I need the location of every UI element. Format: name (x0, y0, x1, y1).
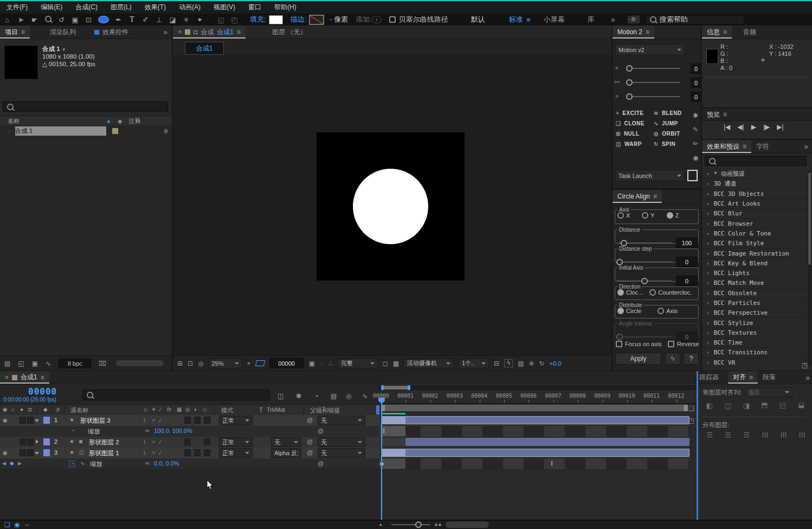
expand-chevron-icon[interactable]: › (706, 260, 710, 266)
project-search[interactable] (3, 101, 168, 112)
zoom-in-frames-icon[interactable]: ▲▲ (434, 522, 441, 527)
workspace-default[interactable]: 默认 (471, 15, 485, 24)
tab-project[interactable]: 项目≡ (0, 26, 30, 39)
tab-effect-controls[interactable]: 效果控件 (89, 26, 133, 39)
tab-character[interactable]: 字符 (751, 140, 774, 153)
layer-color-swatch[interactable] (43, 417, 50, 424)
lock-column-icon[interactable]: ◘ (28, 407, 31, 412)
motion-slider-3[interactable] (626, 93, 680, 100)
align-top-icon[interactable]: ◧ (761, 399, 769, 413)
tab-motion2[interactable]: Motion 2≡ (613, 26, 654, 39)
effects-list-item[interactable]: ›BCC Art Looks (702, 199, 807, 209)
tab-paragraph[interactable]: 段落 (758, 371, 781, 384)
stopwatch-icon[interactable]: ◔ (69, 461, 75, 467)
quality-switch-icon[interactable]: ∖ (143, 450, 146, 456)
expand-chevron-icon[interactable]: › (706, 310, 710, 316)
snapshot-icon[interactable]: ▣ (309, 360, 315, 367)
distribute-left-icon[interactable]: ☰ (761, 428, 769, 442)
puppet-pin-tool-icon[interactable]: ✦ (193, 16, 207, 23)
motion-rail-refresh-icon[interactable]: ✱ (693, 112, 698, 119)
collapse-switch-icon[interactable]: ☀ (151, 439, 156, 445)
clone-stamp-tool-icon[interactable]: ⊥ (152, 16, 166, 23)
layer-name[interactable]: 形状图层 2 (89, 438, 119, 447)
motion-tool-button[interactable]: +EXCITE (616, 110, 649, 116)
show-snapshot-icon[interactable]: ◌ (320, 360, 324, 367)
multi-view-icon[interactable]: ⊞ (177, 360, 183, 367)
new-folder-icon[interactable]: ◱ (18, 360, 24, 367)
shy-column-icon[interactable]: ☺ (143, 407, 148, 412)
mode-select[interactable]: 正常 (219, 416, 253, 425)
task-launch-swatch[interactable] (687, 170, 698, 181)
interpret-footage-icon[interactable]: ▤ (4, 360, 10, 367)
pickwhip-icon[interactable]: @ (307, 439, 313, 445)
expand-chevron-icon[interactable]: › (706, 360, 710, 366)
flowchart-button-icon[interactable]: ※ (529, 360, 534, 367)
distribute-hcenter-icon[interactable]: ☰ (779, 428, 788, 442)
help-search[interactable]: 搜索帮助 (646, 15, 744, 24)
workspace-settings-button[interactable]: ⚙ (627, 15, 640, 24)
collapse-switch-icon[interactable]: ☀ (151, 418, 156, 423)
axis-mode-a-icon[interactable]: ◱ (214, 16, 228, 23)
pixel-aspect-icon[interactable]: ⊟ (494, 360, 499, 367)
reset-exposure-icon[interactable]: ↻ (539, 360, 545, 367)
new-comp-icon[interactable]: ▣ (32, 360, 38, 367)
current-timecode[interactable]: 00000 (28, 386, 57, 397)
distribute-axis-radio[interactable] (658, 308, 664, 314)
menu-item[interactable]: 合成(C) (69, 3, 104, 12)
effects-list-item[interactable]: ›BCC Image Restoration (702, 248, 807, 258)
footer-scrollbar[interactable] (116, 360, 164, 366)
tab-render-queue[interactable]: 渲染队列 (45, 26, 81, 39)
pickwhip-icon[interactable]: @ (318, 461, 324, 467)
comp-subtab[interactable]: 合成1 (185, 42, 224, 55)
align-bottom-icon[interactable]: ◨ (798, 399, 806, 413)
property-row-scale-1[interactable]: ◔ 缩放 ∞ 100.0, 100.0% @ (0, 426, 379, 437)
home-icon[interactable]: ⌂ (0, 16, 14, 23)
motion-preset-select[interactable]: Motion v2 (615, 44, 685, 55)
tab-align[interactable]: 对齐≡ (728, 371, 758, 384)
clockwise-radio[interactable] (617, 289, 624, 296)
property-name[interactable]: 缩放 (88, 428, 100, 436)
shape-tool-icon[interactable] (95, 16, 112, 23)
views-select[interactable]: 1个.. (459, 359, 489, 368)
effects-list-item[interactable]: ›BCC Browser (702, 219, 807, 228)
workspace-more-icon[interactable]: » (602, 16, 624, 23)
effects-search[interactable] (705, 156, 807, 166)
panel-more-icon[interactable]: » (804, 143, 808, 150)
align-right-icon[interactable]: ◨ (739, 401, 753, 410)
expand-layer-switches-icon[interactable]: ❏ (4, 521, 10, 528)
work-area-bar[interactable] (381, 405, 688, 411)
motion-tool-button[interactable]: ◎ORBIT (654, 131, 687, 137)
effects-list-item[interactable]: ›BCC Film Style (702, 239, 807, 248)
keyframe-prev-icon[interactable]: ◀ (2, 461, 6, 466)
stroke-swatch[interactable] (309, 15, 324, 25)
time-ruler[interactable]: 0000000001000020000300004000050000600007… (379, 390, 697, 404)
menu-item[interactable]: 动画(A) (172, 3, 207, 12)
col-mode[interactable]: 模式 (221, 406, 233, 415)
property-track-3[interactable]: ◆ I (379, 458, 689, 470)
motion-rail-eye-icon[interactable]: ◉ (693, 155, 698, 161)
panel-menu-icon[interactable]: ≡ (723, 111, 727, 118)
angle-interval-slider[interactable] (616, 333, 672, 341)
frame-blend-toggle-icon[interactable]: ▤ (331, 393, 337, 399)
apply-button[interactable]: Apply (615, 353, 661, 365)
layer-bar-3[interactable] (381, 449, 689, 457)
transport-button[interactable]: ▶ (751, 124, 756, 130)
transparency-grid-icon[interactable]: ▦ (393, 360, 399, 367)
expand-chevron-icon[interactable]: › (706, 181, 710, 187)
property-value[interactable]: 0.0, 0.0% (154, 460, 179, 467)
pencil-switch-icon[interactable]: ∕ (160, 439, 161, 445)
motion-slider-2-value[interactable]: 0 (691, 78, 701, 88)
panel-menu-icon[interactable]: ≡ (21, 29, 25, 35)
expand-chevron-icon[interactable]: › (706, 270, 710, 276)
pickwhip-icon[interactable]: @ (307, 417, 313, 423)
keyframe-next-icon[interactable]: ▶ (18, 461, 22, 466)
layer-color-swatch[interactable] (43, 438, 50, 445)
stopwatch-icon[interactable]: ◔ (71, 428, 74, 434)
transport-button[interactable]: ▶| (777, 124, 783, 130)
layer-bar-2[interactable] (405, 438, 689, 446)
property-name[interactable]: 缩放 (90, 460, 102, 468)
transport-button[interactable]: |▶ (763, 124, 770, 130)
effects-list-item[interactable]: ›BCC Perspective (702, 308, 807, 318)
distribute-bottom-icon[interactable]: ☰ (739, 431, 753, 439)
layer-name[interactable]: 形状图层 1 (89, 449, 119, 457)
